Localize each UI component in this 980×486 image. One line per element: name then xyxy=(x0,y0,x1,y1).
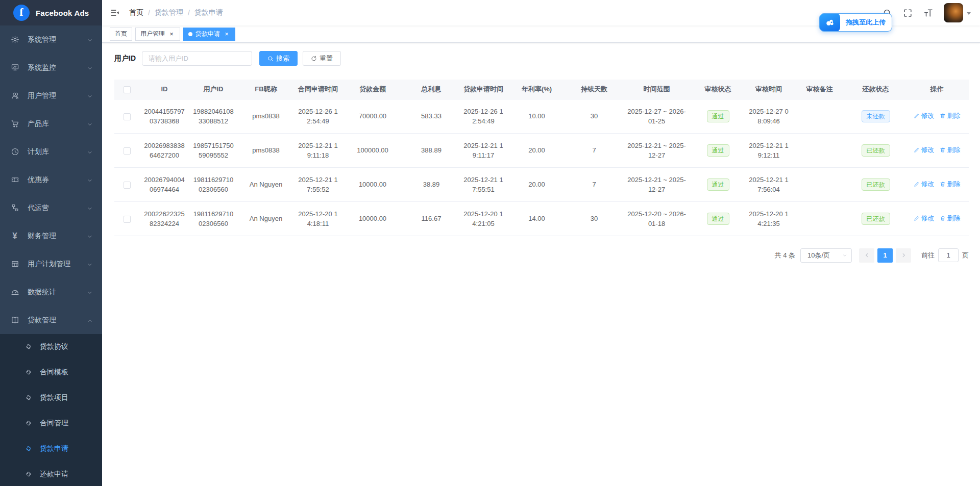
cell-annual-rate: 20.00 xyxy=(507,167,566,201)
edit-link[interactable]: 修改 xyxy=(914,145,935,155)
active-tab-dot xyxy=(188,32,192,36)
edit-link[interactable]: 修改 xyxy=(914,213,935,223)
sidebar-item-label: 数据统计 xyxy=(28,288,87,297)
sidebar-item-plan-library[interactable]: 计划库 xyxy=(0,138,102,166)
select-all-checkbox[interactable] xyxy=(124,86,131,93)
font-size-icon[interactable] xyxy=(923,8,934,18)
cell-id: 2004415579703738368 xyxy=(140,99,189,133)
breadcrumb-current-page: 贷款申请 xyxy=(194,8,223,17)
prev-page-button[interactable] xyxy=(859,248,874,263)
cell-loan-amount: 70000.00 xyxy=(342,99,403,133)
sidebar-item-user-plan-management[interactable]: 用户计划管理 xyxy=(0,250,102,278)
chevron-down-icon xyxy=(87,289,93,295)
sidebar-item-loan-application[interactable]: 贷款申请 xyxy=(0,436,102,462)
app-root: f Facebook Ads 系统管理 系统监控 xyxy=(0,0,980,486)
edit-link[interactable]: 修改 xyxy=(914,179,935,189)
cart-icon xyxy=(10,119,19,129)
cell-loan-amount: 10000.00 xyxy=(342,167,403,201)
sidebar-item-loan-project[interactable]: 贷款项目 xyxy=(0,385,102,411)
column-header-annual-rate: 年利率(%) xyxy=(507,80,566,99)
cell-contract-apply-time: 2025-12-26 12:54:49 xyxy=(294,99,342,133)
delete-link[interactable]: 删除 xyxy=(940,179,961,189)
sidebar-collapse-icon[interactable] xyxy=(110,7,121,18)
column-header-total-interest: 总利息 xyxy=(403,80,459,99)
reset-button[interactable]: 重置 xyxy=(303,51,341,66)
chevron-down-icon xyxy=(87,121,93,127)
delete-link[interactable]: 删除 xyxy=(940,111,961,120)
sidebar-item-agency-operation[interactable]: 代运营 xyxy=(0,194,102,222)
sidebar-item-system-management[interactable]: 系统管理 xyxy=(0,25,102,54)
sidebar-item-coupon[interactable]: 优惠券 xyxy=(0,166,102,194)
cell-loan-apply-time: 2025-12-26 12:54:49 xyxy=(459,99,507,133)
cell-id: 2002698383864627200 xyxy=(140,133,189,167)
cell-time-range: 2025-12-27 ~ 2026-01-25 xyxy=(622,99,691,133)
tab-loan-application[interactable]: 贷款申请 × xyxy=(183,28,235,41)
pagination: 共 4 条 10条/页 1 前往 页 xyxy=(114,248,969,278)
sidebar-subitem-label: 合同模板 xyxy=(40,368,68,377)
cell-time-range: 2025-12-20 ~ 2026-01-18 xyxy=(622,201,691,236)
user-avatar[interactable] xyxy=(944,3,963,22)
operation-icon xyxy=(10,203,19,213)
chevron-down-icon xyxy=(87,37,93,43)
row-checkbox[interactable] xyxy=(124,182,131,189)
page-size-select[interactable]: 10条/页 xyxy=(800,248,852,263)
search-button[interactable]: 搜索 xyxy=(259,51,298,66)
puzzle-icon xyxy=(24,471,32,478)
sidebar-item-loan-management[interactable]: 贷款管理 xyxy=(0,306,102,334)
clock-icon xyxy=(10,147,19,157)
breadcrumb-home[interactable]: 首页 xyxy=(129,8,143,17)
sidebar-subitem-label: 合同管理 xyxy=(40,419,68,428)
next-page-button[interactable] xyxy=(896,248,911,263)
row-checkbox[interactable] xyxy=(124,216,131,223)
sidebar-item-contract-management[interactable]: 合同管理 xyxy=(0,411,102,436)
cell-annual-rate: 20.00 xyxy=(507,133,566,167)
pagination-total: 共 4 条 xyxy=(775,251,795,260)
fullscreen-icon[interactable] xyxy=(903,8,913,18)
cell-duration-days: 7 xyxy=(566,133,622,167)
cell-audit-remark xyxy=(793,133,846,167)
cell-total-interest: 38.89 xyxy=(403,167,459,201)
sidebar: f Facebook Ads 系统管理 系统监控 xyxy=(0,0,102,486)
sidebar-item-user-management[interactable]: 用户管理 xyxy=(0,82,102,110)
sidebar-item-contract-template[interactable]: 合同模板 xyxy=(0,360,102,385)
page-unit-label: 页 xyxy=(962,251,969,260)
repay-status-badge: 已还款 xyxy=(862,144,890,157)
breadcrumb-separator: / xyxy=(188,9,190,17)
goto-page-input[interactable] xyxy=(938,248,959,262)
sidebar-item-label: 用户计划管理 xyxy=(28,260,87,269)
drag-upload-overlay[interactable]: 拖拽至此上传 xyxy=(819,13,892,32)
user-menu[interactable] xyxy=(944,3,971,22)
sidebar-item-loan-agreement[interactable]: 贷款协议 xyxy=(0,334,102,360)
sidebar-item-repayment-application[interactable]: 还款申请 xyxy=(0,462,102,486)
facebook-logo-icon: f xyxy=(13,5,30,21)
cell-duration-days: 30 xyxy=(566,99,622,133)
puzzle-icon xyxy=(24,394,32,402)
delete-link[interactable]: 删除 xyxy=(940,213,961,223)
sidebar-item-product-library[interactable]: 产品库 xyxy=(0,110,102,138)
yen-icon: ¥ xyxy=(10,232,19,241)
user-id-input[interactable] xyxy=(142,51,252,66)
cell-fb-nickname: pms0838 xyxy=(238,133,294,167)
current-page-button[interactable]: 1 xyxy=(877,248,893,263)
row-checkbox[interactable] xyxy=(124,147,131,155)
chevron-down-icon xyxy=(87,93,93,99)
close-icon[interactable]: × xyxy=(223,31,230,38)
tab-home[interactable]: 首页 xyxy=(110,28,132,41)
cell-id: 2002679400406974464 xyxy=(140,167,189,201)
column-header-audit-time: 审核时间 xyxy=(745,80,793,99)
edit-link[interactable]: 修改 xyxy=(914,111,935,120)
tab-label: 贷款申请 xyxy=(195,30,220,38)
column-header-contract-apply-time: 合同申请时间 xyxy=(294,80,342,99)
delete-link[interactable]: 删除 xyxy=(940,145,961,155)
breadcrumb-loan-management[interactable]: 贷款管理 xyxy=(155,8,183,17)
cell-time-range: 2025-12-21 ~ 2025-12-27 xyxy=(622,167,691,201)
sidebar-item-finance-management[interactable]: ¥ 财务管理 xyxy=(0,222,102,250)
loan-table: ID 用户ID FB昵称 合同申请时间 贷款金额 总利息 贷款申请时间 年利率(… xyxy=(114,80,969,236)
cell-time-range: 2025-12-21 ~ 2025-12-27 xyxy=(622,133,691,167)
close-icon[interactable]: × xyxy=(168,31,175,38)
sidebar-item-system-monitor[interactable]: 系统监控 xyxy=(0,54,102,82)
sidebar-item-data-statistics[interactable]: 数据统计 xyxy=(0,278,102,306)
cell-audit-remark xyxy=(793,99,846,133)
tab-user-management[interactable]: 用户管理 × xyxy=(135,28,180,41)
row-checkbox[interactable] xyxy=(124,113,131,120)
